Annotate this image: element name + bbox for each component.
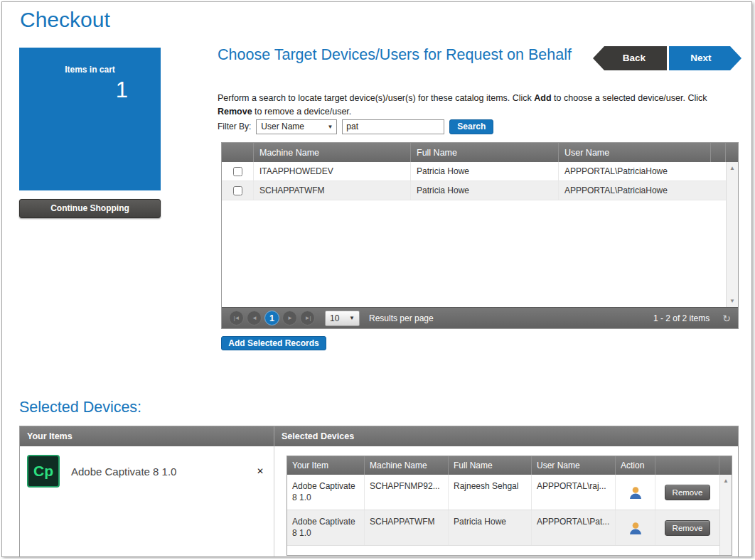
your-item-cell: Adobe Captivate 8 1.0 bbox=[287, 510, 365, 545]
results-grid-header: Machine Name Full Name User Name bbox=[222, 143, 738, 162]
row-checkbox[interactable] bbox=[233, 167, 242, 176]
first-page-button[interactable]: |◄ bbox=[229, 311, 244, 325]
your-items-header: Your Items bbox=[20, 426, 274, 446]
scrollbar-column-header bbox=[726, 143, 738, 162]
close-icon[interactable]: ✕ bbox=[257, 466, 264, 476]
your-item-header: Your Item bbox=[287, 456, 365, 475]
action-header: Action bbox=[616, 456, 655, 475]
wizard-nav: Back Next bbox=[593, 46, 741, 70]
scrollbar-column-header bbox=[719, 456, 732, 475]
filter-row: Filter By: User Name ▼ Search bbox=[218, 119, 493, 134]
selected-devices-panel: Your Items Selected Devices Cp Adobe Cap… bbox=[19, 426, 739, 557]
your-items-pane: Cp Adobe Captivate 8 1.0 ✕ bbox=[20, 446, 274, 557]
continue-shopping-button[interactable]: Continue Shopping bbox=[19, 199, 161, 218]
search-input[interactable] bbox=[342, 119, 444, 134]
your-item-cell: Adobe Captivate 8 1.0 bbox=[287, 475, 365, 510]
results-grid-body: ITAAPPHOWEDEV Patricia Howe APPPORTAL\Pa… bbox=[222, 162, 738, 307]
user-icon[interactable] bbox=[616, 510, 655, 545]
next-page-button[interactable]: ► bbox=[282, 311, 297, 325]
remove-button-cell: Remove bbox=[655, 475, 719, 510]
row-checkbox[interactable] bbox=[233, 186, 242, 195]
machine-name-header: Machine Name bbox=[254, 143, 411, 162]
current-page-button[interactable]: 1 bbox=[264, 311, 279, 325]
selected-devices-heading: Selected Devices: bbox=[19, 399, 141, 416]
remove-button[interactable]: Remove bbox=[665, 485, 710, 500]
checkbox-cell bbox=[222, 162, 254, 181]
cart-summary: Items in cart 1 bbox=[19, 48, 161, 190]
vertical-scrollbar[interactable]: ▲ bbox=[719, 475, 732, 555]
user-name-cell: APPPORTAL\PatriciaHowe bbox=[559, 162, 726, 181]
previous-page-button[interactable]: ◄ bbox=[247, 311, 262, 325]
last-page-button[interactable]: ►| bbox=[300, 311, 315, 325]
instructions-text: Perform a search to locate target device… bbox=[218, 92, 742, 119]
cart-count: 1 bbox=[19, 77, 161, 103]
checkout-page: Checkout Items in cart 1 Continue Shoppi… bbox=[1, 1, 752, 557]
results-grid: Machine Name Full Name User Name ITAAPPH… bbox=[221, 142, 739, 329]
remove-button[interactable]: Remove bbox=[665, 520, 710, 536]
selected-table-header: Your Item Machine Name Full Name User Na… bbox=[287, 456, 732, 475]
machine-name-cell: ITAAPPHOWEDEV bbox=[254, 162, 411, 181]
table-row: SCHAPPATWFM Patricia Howe APPPORTAL\Patr… bbox=[222, 181, 726, 200]
remove-button-cell: Remove bbox=[655, 510, 719, 545]
machine-name-header: Machine Name bbox=[365, 456, 449, 475]
full-name-header: Full Name bbox=[449, 456, 532, 475]
pager-bar: |◄ ◄ 1 ► ►| 10 ▼ Results per page 1 - 2 … bbox=[222, 307, 738, 328]
wizard-heading: Choose Target Devices/Users for Request … bbox=[218, 45, 587, 65]
full-name-cell: Patricia Howe bbox=[411, 181, 559, 200]
instructions-part1: Perform a search to locate target device… bbox=[218, 93, 534, 103]
filter-by-label: Filter By: bbox=[218, 122, 251, 131]
page-size-value: 10 bbox=[330, 313, 339, 323]
chevron-down-icon: ▼ bbox=[349, 315, 355, 321]
full-name-header: Full Name bbox=[411, 143, 559, 162]
machine-name-cell: SCHAPFNMP92... bbox=[365, 475, 449, 510]
instructions-bold-add: Add bbox=[534, 93, 551, 103]
chevron-down-icon: ▼ bbox=[327, 124, 333, 130]
user-name-header: User Name bbox=[532, 456, 616, 475]
search-button[interactable]: Search bbox=[449, 119, 493, 134]
full-name-cell: Patricia Howe bbox=[449, 510, 532, 545]
table-row: Adobe Captivate 8 1.0 SCHAPPATWFM Patric… bbox=[287, 510, 719, 546]
selected-devices-header: Selected Devices bbox=[274, 426, 738, 446]
remove-column-header bbox=[655, 456, 719, 475]
machine-name-cell: SCHAPPATWFM bbox=[365, 510, 449, 545]
scroll-down-icon[interactable]: ▼ bbox=[729, 298, 735, 304]
scroll-up-icon[interactable]: ▲ bbox=[729, 165, 735, 171]
item-name: Adobe Captivate 8 1.0 bbox=[71, 465, 176, 478]
list-item: Cp Adobe Captivate 8 1.0 ✕ bbox=[20, 446, 274, 488]
back-button[interactable]: Back bbox=[593, 46, 667, 70]
machine-name-cell: SCHAPPATWFM bbox=[254, 181, 411, 200]
items-range-label: 1 - 2 of 2 items bbox=[653, 313, 710, 323]
scroll-up-icon[interactable]: ▲ bbox=[723, 478, 729, 484]
add-selected-records-button[interactable]: Add Selected Records bbox=[221, 336, 326, 350]
selected-panel-header: Your Items Selected Devices bbox=[20, 426, 738, 446]
table-row: Adobe Captivate 8 1.0 SCHAPFNMP92... Raj… bbox=[287, 475, 719, 510]
table-row: ITAAPPHOWEDEV Patricia Howe APPPORTAL\Pa… bbox=[222, 162, 726, 181]
spare-column-header bbox=[711, 143, 726, 162]
refresh-icon[interactable]: ↻ bbox=[722, 313, 731, 324]
selected-devices-table: Your Item Machine Name Full Name User Na… bbox=[287, 456, 732, 556]
next-button[interactable]: Next bbox=[669, 46, 741, 70]
user-name-cell: APPPORTAL\Pat... bbox=[532, 510, 616, 545]
user-name-cell: APPPORTAL\raj... bbox=[532, 475, 616, 510]
select-column-header bbox=[222, 143, 254, 162]
partial-row bbox=[287, 546, 719, 556]
page-size-select[interactable]: 10 ▼ bbox=[325, 311, 360, 326]
full-name-cell: Rajneesh Sehgal bbox=[449, 475, 532, 510]
checkbox-cell bbox=[222, 181, 254, 200]
full-name-cell: Patricia Howe bbox=[411, 162, 559, 181]
vertical-scrollbar[interactable]: ▲ ▼ bbox=[726, 162, 738, 307]
cart-items-label: Items in cart bbox=[19, 65, 161, 75]
user-icon[interactable] bbox=[616, 475, 655, 510]
instructions-part3: to remove a device/user. bbox=[252, 107, 352, 117]
filter-by-value: User Name bbox=[261, 122, 304, 131]
instructions-bold-remove: Remove bbox=[218, 107, 252, 117]
filter-by-select[interactable]: User Name ▼ bbox=[256, 119, 337, 134]
user-name-header: User Name bbox=[559, 143, 711, 162]
user-name-cell: APPPORTAL\PatriciaHowe bbox=[559, 181, 726, 200]
page-title: Checkout bbox=[20, 8, 110, 32]
selected-devices-pane: Your Item Machine Name Full Name User Na… bbox=[275, 446, 738, 557]
instructions-part2: to choose a selected device/user. Click bbox=[552, 93, 707, 103]
results-per-page-label: Results per page bbox=[369, 313, 434, 323]
adobe-captivate-icon: Cp bbox=[27, 455, 60, 488]
